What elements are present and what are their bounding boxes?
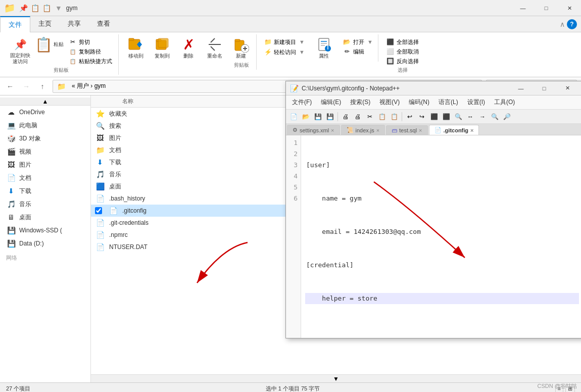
rename-button[interactable]: 重命名 (203, 35, 227, 61)
sidebar-scroll-up[interactable]: ▲ (0, 97, 90, 106)
gitconfig-tab-close[interactable]: × (470, 127, 473, 133)
desktop-icon: 🖥 (6, 212, 16, 222)
videos-label: 视频 (19, 148, 31, 156)
npp-tool-search2[interactable]: 🔍 (453, 111, 464, 122)
file-scroll-down[interactable]: ▼ (91, 374, 581, 382)
npp-tool-replace[interactable]: ↔ (465, 111, 476, 122)
paste-shortcut-label: 粘贴快捷方式 (79, 58, 112, 65)
npp-tab-gitconfig[interactable]: 📄 .gitconfig × (429, 125, 479, 135)
npp-tool-macro1[interactable]: ⬛ (428, 111, 440, 122)
npp-tool-macro2[interactable]: ⬛ (441, 111, 452, 122)
select-all-label: 全部选择 (397, 38, 419, 46)
paste-shortcut-button[interactable]: 📋 粘贴快捷方式 (67, 57, 114, 66)
npp-tool-redo[interactable]: ↪ (416, 111, 427, 122)
npp-tool-print2[interactable]: 🖨 (352, 111, 363, 122)
indexjs-tab-close[interactable]: × (376, 127, 379, 133)
name-col-header[interactable]: 名称 (120, 96, 135, 106)
properties-button[interactable]: 属性 (312, 35, 336, 61)
paste-button[interactable]: 📋 粘贴 (33, 35, 66, 54)
npp-menu-edit[interactable]: 编辑(E) (317, 96, 345, 108)
code-line-1: [user] (305, 160, 579, 171)
tab-home[interactable]: 主页 (30, 16, 60, 32)
close-button[interactable]: ✕ (558, 0, 581, 16)
npp-tab-testsql[interactable]: 🗃 test.sql × (386, 125, 427, 135)
sidebar-item-onedrive[interactable]: ☁ OneDrive (0, 106, 90, 119)
npp-tool-indent[interactable]: → (477, 111, 488, 122)
watermark: CSDN @谷咕咕 (538, 382, 577, 390)
open-button[interactable]: 📂 打开 ▼ (341, 37, 375, 46)
open-label: 打开 (353, 38, 364, 46)
npp-tool-zoom-out[interactable]: 🔎 (501, 111, 512, 122)
settings-tab-close[interactable]: × (331, 127, 334, 133)
select-none-button[interactable]: ⬜ 全部取消 (384, 47, 421, 56)
invert-sel-button[interactable]: 🔲 反向选择 (384, 57, 421, 66)
pin-quick-access-button[interactable]: 📌 固定到快 速访问 (8, 35, 32, 66)
npp-tool-undo[interactable]: ↩ (404, 111, 415, 122)
select-all-button[interactable]: ⬛ 全部选择 (384, 37, 421, 46)
npp-tool-new[interactable]: 📄 (288, 111, 299, 122)
npp-menu-settings[interactable]: 设置(I) (463, 96, 489, 108)
npp-menu-lang[interactable]: 语言(L) (434, 96, 462, 108)
sidebar-item-music[interactable]: 🎵 音乐 (0, 198, 90, 211)
sidebar-item-documents[interactable]: 📄 文档 (0, 171, 90, 184)
sidebar-item-downloads[interactable]: ⬇ 下载 (0, 184, 90, 198)
new-button[interactable]: 新建 (229, 35, 253, 61)
npp-tab-indexjs[interactable]: 📜 index.js × (341, 125, 385, 135)
npp-tool-save[interactable]: 💾 (312, 111, 323, 122)
npp-tool-open[interactable]: 📂 (300, 111, 311, 122)
copy-path-button[interactable]: 📋 复制路径 (67, 47, 114, 56)
npp-minimize-btn[interactable]: — (509, 80, 532, 96)
tab-file[interactable]: 文件 (0, 16, 30, 32)
sidebar-item-thispc[interactable]: 💻 此电脑 (0, 119, 90, 132)
pictures-label: 图片 (19, 161, 31, 169)
minimize-button[interactable]: — (511, 0, 535, 16)
tab-view[interactable]: 查看 (89, 16, 118, 32)
npp-menu-file[interactable]: 文件(F) (288, 96, 316, 108)
back-button[interactable]: ← (4, 80, 16, 92)
gitconfig-checkbox[interactable] (95, 207, 102, 214)
sidebar-item-3dobjects[interactable]: 🎲 3D 对象 (0, 132, 90, 145)
npp-tab-settings[interactable]: ⚙ settings.xml × (287, 125, 340, 135)
cut-button[interactable]: ✂ 剪切 (67, 37, 114, 46)
npmrc-icon: 📄 (95, 230, 105, 240)
sidebar-item-pictures[interactable]: 🖼 图片 (0, 158, 90, 171)
npp-code-area[interactable]: [user] name = gym email = 1424261303@qq.… (301, 135, 581, 338)
npp-menu-view[interactable]: 视图(V) (375, 96, 404, 108)
select-none-icon: ⬜ (386, 47, 395, 56)
edit-button[interactable]: ✏ 编辑 (341, 47, 375, 56)
maximize-button[interactable]: □ (535, 0, 558, 16)
sidebar-item-videos[interactable]: 🎬 视频 (0, 145, 90, 158)
sidebar-item-desktop[interactable]: 🖥 桌面 (0, 211, 90, 224)
tab-share[interactable]: 共享 (60, 16, 89, 32)
move-to-button[interactable]: 移动到 (124, 35, 148, 61)
npp-tool-save2[interactable]: 💾 (324, 111, 335, 122)
npp-close-btn[interactable]: ✕ (556, 80, 579, 96)
testsql-tab-close[interactable]: × (419, 127, 422, 133)
delete-button[interactable]: ✗ 删除 (176, 35, 201, 61)
npp-tool-cut2[interactable]: ✂ (364, 111, 375, 122)
new-item-button[interactable]: 📁 新建项目 ▼ (262, 37, 307, 46)
npp-maximize-btn[interactable]: □ (532, 80, 556, 96)
svg-line-9 (211, 46, 215, 51)
rename-label: 重命名 (207, 53, 222, 60)
sidebar-item-windows-ssd[interactable]: 💾 Windows-SSD ( (0, 224, 90, 237)
npp-tool-print[interactable]: 🖨 (340, 111, 351, 122)
up-button[interactable]: ↑ (36, 80, 49, 92)
sidebar-item-data-d[interactable]: 💾 Data (D:) (0, 237, 90, 250)
npp-tool-paste2[interactable]: 📋 (389, 111, 400, 122)
forward-button[interactable]: → (20, 80, 32, 92)
code-line-2: name = gym (305, 193, 579, 204)
npp-tool-copy2[interactable]: 📋 (376, 111, 388, 122)
ribbon-group-clipboard: 📌 固定到快 速访问 📋 粘贴 ✂ 剪切 📋 复制路径 (4, 34, 119, 75)
invert-label: 反向选择 (397, 58, 419, 65)
line-num-5: 5 (286, 182, 298, 193)
new-label: 新建 (236, 53, 246, 60)
npp-title-icon: 📝 (290, 84, 299, 92)
npp-menu-search[interactable]: 搜索(S) (346, 96, 374, 108)
npp-menu-tools[interactable]: 工具(O) (490, 96, 519, 108)
copy-to-button[interactable]: 复制到 (150, 35, 174, 61)
npp-tool-zoom-in[interactable]: 🔍 (489, 111, 500, 122)
indexjs-tab-icon: 📜 (347, 127, 354, 133)
npp-menu-encoding[interactable]: 编码(N) (405, 96, 433, 108)
easy-access-button[interactable]: ⚡ 轻松访问 ▼ (262, 47, 307, 57)
